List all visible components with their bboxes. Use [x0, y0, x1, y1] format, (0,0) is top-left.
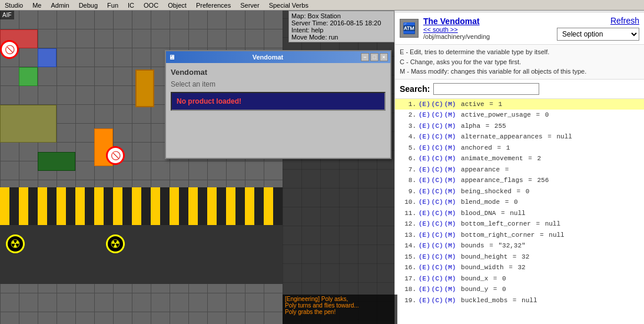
var-edit-m[interactable]: (M) — [444, 187, 456, 197]
var-edit-m[interactable]: (M) — [444, 121, 456, 131]
menu-debug[interactable]: Debug — [74, 2, 102, 9]
var-edit-c[interactable]: (C) — [431, 263, 443, 273]
table-row[interactable]: 1. (E) (C) (M) active = 1 — [395, 99, 644, 110]
menu-studio[interactable]: Studio — [0, 2, 28, 9]
var-edit-c[interactable]: (C) — [431, 274, 443, 284]
table-row[interactable]: 7. (E) (C) (M) appearance = — [395, 164, 644, 176]
table-row[interactable]: 13. (E) (C) (M) bottom_right_corner = nu… — [395, 230, 644, 241]
var-edit-e[interactable]: (E) — [419, 252, 430, 262]
table-row[interactable]: 8. (E) (C) (M) appearance_flags = 256 — [395, 175, 644, 186]
menu-special-verbs[interactable]: Special Verbs — [264, 2, 313, 9]
var-number: 19. — [400, 296, 416, 306]
menu-admin[interactable]: Admin — [46, 2, 74, 9]
var-edit-e[interactable]: (E) — [419, 100, 430, 110]
var-edit-m[interactable]: (M) — [444, 165, 456, 175]
var-edit-c[interactable]: (C) — [431, 187, 443, 197]
vendomat-product-area: No product loaded! — [171, 92, 386, 111]
var-edit-e[interactable]: (E) — [419, 209, 430, 219]
table-row[interactable]: 6. (E) (C) (M) animate_movement = 2 — [395, 153, 644, 164]
var-edit-c[interactable]: (C) — [431, 252, 443, 262]
var-edit-e[interactable]: (E) — [419, 110, 430, 120]
var-edit-e[interactable]: (E) — [419, 219, 430, 229]
var-edit-e[interactable]: (E) — [419, 263, 430, 273]
maximize-button[interactable]: □ — [370, 53, 379, 61]
table-row[interactable]: 5. (E) (C) (M) anchored = 1 — [395, 143, 644, 154]
var-edit-e[interactable]: (E) — [419, 165, 430, 175]
search-input[interactable] — [433, 83, 539, 95]
table-row[interactable]: 15. (E) (C) (M) bound_height = 32 — [395, 252, 644, 263]
var-edit-c[interactable]: (C) — [431, 219, 443, 229]
var-edit-c[interactable]: (C) — [431, 176, 443, 186]
var-edit-e[interactable]: (E) — [419, 274, 430, 284]
close-button[interactable]: × — [380, 53, 388, 61]
menu-object[interactable]: Object — [163, 2, 191, 9]
var-edit-m[interactable]: (M) — [444, 176, 456, 186]
menu-ic[interactable]: IC — [123, 2, 139, 9]
var-edit-e[interactable]: (E) — [419, 154, 430, 164]
var-edit-c[interactable]: (C) — [431, 209, 443, 219]
var-edit-c[interactable]: (C) — [431, 285, 443, 295]
table-row[interactable]: 17. (E) (C) (M) bound_x = 0 — [395, 273, 644, 285]
var-edit-m[interactable]: (M) — [444, 132, 456, 142]
var-edit-c[interactable]: (C) — [431, 154, 443, 164]
var-edit-c[interactable]: (C) — [431, 241, 443, 251]
var-edit-m[interactable]: (M) — [444, 219, 456, 229]
var-edit-m[interactable]: (M) — [444, 285, 456, 295]
var-edit-m[interactable]: (M) — [444, 100, 456, 110]
table-row[interactable]: 16. (E) (C) (M) bound_width = 32 — [395, 262, 644, 273]
table-row[interactable]: 10. (E) (C) (M) blend_mode = 0 — [395, 197, 644, 208]
var-edit-c[interactable]: (C) — [431, 110, 443, 120]
menu-me[interactable]: Me — [28, 2, 46, 9]
table-row[interactable]: 19. (E) (C) (M) buckled_mobs = null — [395, 295, 644, 306]
var-edit-m[interactable]: (M) — [444, 197, 456, 207]
var-edit-c[interactable]: (C) — [431, 143, 443, 153]
table-row[interactable]: 12. (E) (C) (M) bottom_left_corner = nul… — [395, 219, 644, 230]
var-edit-m[interactable]: (M) — [444, 252, 456, 262]
var-edit-m[interactable]: (M) — [444, 143, 456, 153]
table-row[interactable]: 18. (E) (C) (M) bound_y = 0 — [395, 284, 644, 295]
var-edit-c[interactable]: (C) — [431, 165, 443, 175]
var-edit-e[interactable]: (E) — [419, 143, 430, 153]
var-edit-e[interactable]: (E) — [419, 121, 430, 131]
select-option-dropdown[interactable]: Select option — [557, 28, 639, 41]
var-edit-m[interactable]: (M) — [444, 274, 456, 284]
var-edit-e[interactable]: (E) — [419, 197, 430, 207]
table-row[interactable]: 4. (E) (C) (M) alternate_appearances = n… — [395, 131, 644, 143]
var-edit-m[interactable]: (M) — [444, 230, 456, 240]
var-edit-m[interactable]: (M) — [444, 296, 456, 306]
menu-fun[interactable]: Fun — [102, 2, 123, 9]
menu-ooc[interactable]: OOC — [139, 2, 163, 9]
var-edit-m[interactable]: (M) — [444, 263, 456, 273]
var-edit-c[interactable]: (C) — [431, 132, 443, 142]
var-edit-m[interactable]: (M) — [444, 110, 456, 120]
var-equals: = — [489, 274, 501, 284]
table-row[interactable]: 11. (E) (C) (M) blood_DNA = null — [395, 208, 644, 219]
var-edit-e[interactable]: (E) — [419, 285, 430, 295]
var-edit-c[interactable]: (C) — [431, 296, 443, 306]
game-viewport[interactable]: ☢ ☢ 🚫 🚫 — [0, 0, 394, 324]
var-edit-m[interactable]: (M) — [444, 241, 456, 251]
var-edit-e[interactable]: (E) — [419, 132, 430, 142]
var-edit-c[interactable]: (C) — [431, 197, 443, 207]
var-edit-c[interactable]: (C) — [431, 121, 443, 131]
table-row[interactable]: 9. (E) (C) (M) being_shocked = 0 — [395, 186, 644, 197]
var-edit-e[interactable]: (E) — [419, 230, 430, 240]
var-edit-e[interactable]: (E) — [419, 296, 430, 306]
table-row[interactable]: 14. (E) (C) (M) bounds = "32,32" — [395, 240, 644, 252]
object-name-link[interactable]: The Vendomat — [423, 16, 490, 26]
var-edit-e[interactable]: (E) — [419, 176, 430, 186]
var-edit-c[interactable]: (C) — [431, 100, 443, 110]
var-edit-e[interactable]: (E) — [419, 241, 430, 251]
table-row[interactable]: 3. (E) (C) (M) alpha = 255 — [395, 121, 644, 132]
var-edit-c[interactable]: (C) — [431, 230, 443, 240]
refresh-button[interactable]: Refresh — [610, 16, 639, 25]
minimize-button[interactable]: − — [361, 53, 369, 61]
var-edit-m[interactable]: (M) — [444, 154, 456, 164]
var-edit-e[interactable]: (E) — [419, 187, 430, 197]
menu-preferences[interactable]: Preferences — [191, 2, 235, 9]
var-edit-m[interactable]: (M) — [444, 209, 456, 219]
object-nav[interactable]: << south >> — [423, 26, 490, 33]
menu-server[interactable]: Server — [235, 2, 264, 9]
vendomat-titlebar[interactable]: 🖥 Vendomat − □ × — [166, 51, 390, 63]
table-row[interactable]: 2. (E) (C) (M) active_power_usage = 0 — [395, 110, 644, 121]
